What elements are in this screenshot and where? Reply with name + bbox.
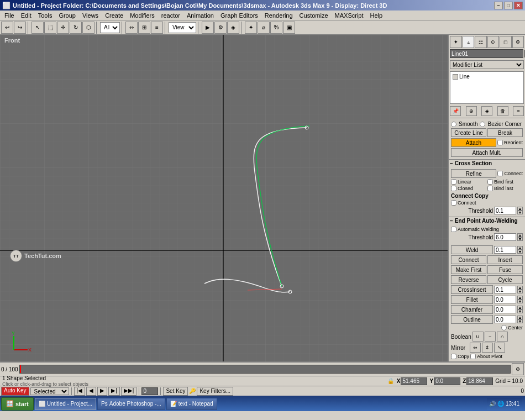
go-end-button[interactable]: ▶▶| — [121, 387, 137, 396]
selection-filter-dropdown[interactable]: All — [100, 22, 120, 33]
menu-item-animation[interactable]: Animation — [183, 12, 217, 19]
scale-button[interactable]: ⬡ — [82, 22, 95, 34]
reverse-button[interactable]: Reverse — [451, 275, 486, 284]
timeline-bar[interactable] — [19, 365, 511, 374]
menu-item-help[interactable]: Help — [367, 12, 386, 19]
weld-up-btn[interactable]: ▲ — [517, 246, 523, 250]
weld-button[interactable]: Weld — [451, 245, 493, 254]
undo-button[interactable]: ↩ — [1, 22, 13, 34]
endpoint-welding-title[interactable]: − End Point Auto-Welding — [449, 217, 525, 224]
menu-item-group[interactable]: Group — [55, 12, 79, 19]
taskbar-item-photoshop[interactable]: Ps Adobe Photoshop -... — [97, 398, 165, 410]
outline-input[interactable] — [494, 316, 516, 323]
mirror-v-btn[interactable]: ⇕ — [482, 343, 493, 353]
crossinsert-up-btn[interactable]: ▲ — [517, 286, 523, 290]
center-radio[interactable] — [501, 325, 507, 330]
render-setup-button[interactable]: ⚙ — [214, 22, 227, 34]
mirror-button[interactable]: ⇔ — [125, 22, 138, 34]
timeline-config-button[interactable]: ⚙ — [512, 363, 524, 375]
copy-checkbox[interactable] — [451, 354, 456, 359]
viewport-front[interactable]: Front — [0, 35, 448, 361]
maximize-button[interactable]: □ — [504, 2, 513, 9]
mirror-d-btn[interactable]: ⤡ — [494, 343, 505, 353]
connect3-button[interactable]: Connect — [451, 255, 486, 264]
about-pivot-checkbox[interactable] — [470, 354, 476, 359]
insert-button[interactable]: Insert — [487, 255, 523, 264]
cycle-button[interactable]: Cycle — [487, 275, 523, 284]
align-button[interactable]: ⊞ — [138, 22, 150, 34]
prev-frame-button[interactable]: ◀ — [86, 387, 96, 396]
tab-utilities[interactable]: ⚙ — [512, 36, 524, 48]
break-button[interactable]: Break — [487, 128, 523, 137]
go-start-button[interactable]: |◀ — [74, 387, 86, 396]
attach-button[interactable]: Attach — [451, 138, 496, 147]
key-filters-button[interactable]: Key Filters... — [197, 387, 233, 396]
menu-item-maxscript[interactable]: MAXScript — [332, 12, 367, 19]
close-button[interactable]: ✕ — [514, 2, 523, 9]
view-dropdown[interactable]: View — [169, 22, 196, 33]
minimize-button[interactable]: − — [494, 2, 503, 9]
threshold2-input[interactable] — [494, 233, 516, 241]
fillet-button[interactable]: Fillet — [451, 295, 493, 304]
fuse-button[interactable]: Fuse — [487, 265, 523, 274]
stack-checkbox[interactable] — [453, 74, 458, 80]
bool-intersect-btn[interactable]: ∩ — [497, 332, 508, 342]
reorient-checkbox[interactable] — [497, 140, 503, 145]
next-frame-button[interactable]: ▶| — [108, 387, 120, 396]
show-end-result-button[interactable]: ⊕ — [466, 106, 477, 116]
snap-percent-button[interactable]: % — [270, 22, 282, 34]
stack-item-line[interactable]: Line — [452, 73, 522, 80]
crossinsert-down-btn[interactable]: ▼ — [517, 290, 523, 293]
threshold-input[interactable] — [494, 207, 516, 214]
menu-item-customize[interactable]: Customize — [296, 12, 332, 19]
smooth-radio[interactable] — [451, 122, 456, 127]
set-key-button[interactable]: Set Key — [163, 387, 188, 396]
configure-modifier-button[interactable]: ≡ — [513, 106, 524, 116]
menu-item-file[interactable]: File — [1, 12, 18, 19]
bool-union-btn[interactable]: ∪ — [473, 332, 484, 342]
mirror-h-btn[interactable]: ⇔ — [470, 343, 481, 353]
play-button[interactable]: ▶ — [97, 387, 107, 396]
chamfer-down-btn[interactable]: ▼ — [517, 309, 523, 313]
taskbar-item-3dsmax[interactable]: ⬜ Untitled - Project... — [35, 398, 96, 410]
weld-down-btn[interactable]: ▼ — [517, 250, 523, 254]
x-input[interactable] — [401, 377, 427, 385]
rotate-button[interactable]: ↻ — [70, 22, 82, 34]
snap-button[interactable]: ✦ — [245, 22, 257, 34]
outline-down-btn[interactable]: ▼ — [517, 319, 523, 323]
start-button[interactable]: 🪟 start — [1, 397, 34, 411]
tab-create[interactable]: ✦ — [450, 36, 462, 48]
layer-button[interactable]: ≡ — [151, 22, 163, 34]
auto-weld-checkbox[interactable] — [451, 227, 456, 232]
threshold-up-btn[interactable]: ▲ — [517, 207, 523, 211]
material-editor-button[interactable]: ◈ — [227, 22, 239, 34]
z-input[interactable] — [466, 377, 493, 385]
fillet-input[interactable] — [494, 296, 516, 303]
pin-stack-button[interactable]: 📌 — [450, 106, 461, 116]
render-button[interactable]: ▶ — [202, 22, 214, 34]
menu-item-rendering[interactable]: Rendering — [261, 12, 296, 19]
move-button[interactable]: ✛ — [57, 22, 69, 34]
named-selection-button[interactable]: ▣ — [283, 22, 295, 34]
threshold-down-btn[interactable]: ▼ — [517, 211, 523, 214]
fillet-up-btn[interactable]: ▲ — [517, 296, 523, 300]
fillet-down-btn[interactable]: ▼ — [517, 300, 523, 303]
make-first-button[interactable]: Make First — [451, 265, 486, 274]
bind-last-checkbox[interactable] — [487, 186, 493, 191]
threshold2-down-btn[interactable]: ▼ — [517, 237, 523, 241]
chamfer-button[interactable]: Chamfer — [451, 305, 493, 314]
menu-item-edit[interactable]: Edit — [18, 12, 35, 19]
taskbar-item-notepad[interactable]: 📝 text - Notepad — [166, 398, 217, 410]
tab-hierarchy[interactable]: ☷ — [475, 36, 487, 48]
cross-section-title[interactable]: − Cross Section — [449, 159, 525, 167]
y-input[interactable] — [434, 377, 460, 385]
tab-motion[interactable]: ⊙ — [487, 36, 500, 48]
bool-subtract-btn[interactable]: − — [485, 332, 496, 342]
autokey-button[interactable]: Auto Key — [1, 387, 29, 396]
chamfer-input[interactable] — [494, 306, 516, 313]
menu-item-create[interactable]: Create — [102, 12, 127, 19]
connect-checkbox[interactable] — [497, 171, 503, 176]
title-bar-controls[interactable]: − □ ✕ — [494, 2, 523, 9]
make-unique-button[interactable]: ◈ — [481, 106, 492, 116]
menu-item-modifiers[interactable]: Modifiers — [127, 12, 158, 19]
